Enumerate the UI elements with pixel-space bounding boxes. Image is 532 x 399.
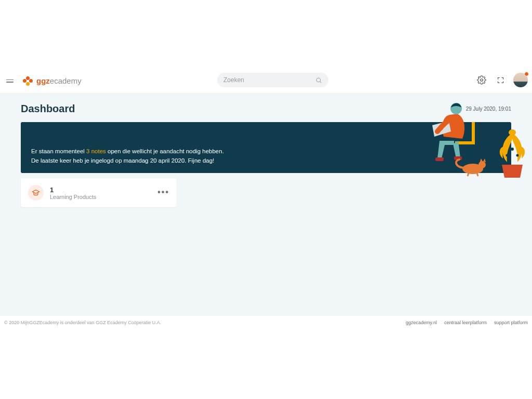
svg-point-2 <box>481 79 483 82</box>
expand-icon <box>497 76 504 84</box>
search-icon <box>315 77 322 84</box>
footer-links: ggzecademy.nl centraal leerplatform supp… <box>406 320 528 325</box>
welcome-banner: Er staan momenteel 3 notes open die well… <box>21 122 511 173</box>
card-count: 1 <box>50 186 96 194</box>
page-title: Dashboard <box>21 103 511 115</box>
more-horizontal-icon: ••• <box>157 188 169 196</box>
svg-point-3 <box>509 129 516 136</box>
footer-link-site[interactable]: ggzecademy.nl <box>406 320 437 325</box>
search-container <box>217 73 328 87</box>
svg-rect-7 <box>455 141 475 144</box>
logo-text-part1: ggz <box>36 76 50 85</box>
footer-link-support[interactable]: support platform <box>494 320 528 325</box>
learning-products-card[interactable]: 1 Learning Products ••• <box>21 178 177 207</box>
settings-button[interactable] <box>476 74 487 86</box>
graduation-cap-icon <box>32 189 40 197</box>
svg-point-6 <box>516 154 519 157</box>
top-header: ggzecademy <box>0 69 532 94</box>
banner-line1-post: open die wellicht je aandacht nodig hebb… <box>108 148 224 154</box>
main-content: Dashboard 29 July 2020, 19:01 Er staan m… <box>0 94 532 316</box>
fullscreen-button[interactable] <box>495 74 506 86</box>
header-actions <box>476 73 528 87</box>
brand-logo[interactable]: ggzecademy <box>23 76 82 86</box>
page-footer: © 2020 MijnGGZEcademy is onderdeel van G… <box>0 318 532 327</box>
page-timestamp: 29 July 2020, 19:01 <box>466 106 511 112</box>
svg-point-14 <box>440 127 443 130</box>
user-avatar[interactable] <box>513 73 528 87</box>
logo-mark-icon <box>23 76 33 86</box>
menu-toggle-button[interactable] <box>6 76 16 86</box>
banner-line1: Er staan momenteel 3 notes open die well… <box>31 147 501 156</box>
svg-point-5 <box>506 154 509 157</box>
logo-text-part2: ecademy <box>50 76 82 85</box>
search-field-wrap[interactable] <box>217 73 328 87</box>
footer-link-platform[interactable]: centraal leerplatform <box>444 320 487 325</box>
footer-copyright: © 2020 MijnGGZEcademy is onderdeel van G… <box>4 320 161 325</box>
card-badge <box>28 185 44 201</box>
card-label: Learning Products <box>50 194 96 200</box>
gear-icon <box>477 75 486 85</box>
svg-point-4 <box>511 148 514 151</box>
card-texts: 1 Learning Products <box>50 186 96 200</box>
notes-link[interactable]: 3 notes <box>86 148 106 154</box>
logo-text: ggzecademy <box>36 76 82 85</box>
svg-line-19 <box>477 173 478 176</box>
svg-line-1 <box>320 81 321 82</box>
banner-line1-pre: Er staan momenteel <box>31 148 86 154</box>
card-more-button[interactable]: ••• <box>157 188 169 197</box>
svg-rect-8 <box>472 122 475 144</box>
svg-line-18 <box>468 173 469 176</box>
banner-line2: De laatste keer heb je ingelogd op maand… <box>31 156 501 166</box>
search-input[interactable] <box>223 76 307 84</box>
svg-point-0 <box>316 78 321 82</box>
